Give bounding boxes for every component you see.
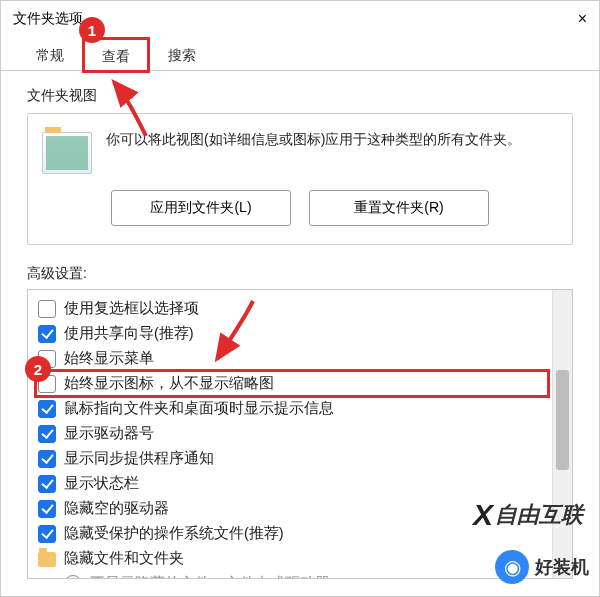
adv-item-label: 隐藏空的驱动器 [64, 498, 169, 519]
annotation-badge-2: 2 [25, 356, 51, 382]
checkbox[interactable] [38, 525, 56, 543]
tab-view[interactable]: 查看 [83, 38, 149, 72]
adv-item-9[interactable]: 隐藏受保护的操作系统文件(推荐) [36, 521, 548, 546]
checkbox[interactable] [38, 425, 56, 443]
advanced-settings-label: 高级设置: [27, 265, 573, 283]
checkbox[interactable] [38, 500, 56, 518]
checkbox[interactable] [38, 400, 56, 418]
radio[interactable] [64, 575, 82, 578]
folder-view-description: 你可以将此视图(如详细信息或图标)应用于这种类型的所有文件夹。 [106, 128, 558, 174]
adv-item-10[interactable]: 隐藏文件和文件夹 [36, 546, 548, 571]
adv-item-6[interactable]: 显示同步提供程序通知 [36, 446, 548, 471]
adv-item-label: 不显示隐藏的文件、文件夹或驱动器 [90, 573, 330, 578]
adv-item-11[interactable]: 不显示隐藏的文件、文件夹或驱动器 [36, 571, 548, 578]
scrollbar[interactable] [552, 290, 572, 578]
folder-view-group: 你可以将此视图(如详细信息或图标)应用于这种类型的所有文件夹。 应用到文件夹(L… [27, 113, 573, 245]
adv-item-7[interactable]: 显示状态栏 [36, 471, 548, 496]
scrollbar-thumb[interactable] [556, 370, 569, 470]
adv-item-8[interactable]: 隐藏空的驱动器 [36, 496, 548, 521]
adv-item-label: 隐藏受保护的操作系统文件(推荐) [64, 523, 284, 544]
annotation-badge-1: 1 [79, 17, 105, 43]
tab-general[interactable]: 常规 [17, 37, 83, 71]
apply-to-folders-button[interactable]: 应用到文件夹(L) [111, 190, 291, 226]
adv-item-3[interactable]: 始终显示图标，从不显示缩略图 [36, 371, 548, 396]
adv-item-4[interactable]: 鼠标指向文件夹和桌面项时显示提示信息 [36, 396, 548, 421]
advanced-settings-list: 使用复选框以选择项使用共享向导(推荐)始终显示菜单始终显示图标，从不显示缩略图鼠… [28, 290, 552, 578]
close-icon[interactable]: × [578, 10, 587, 28]
adv-item-label: 始终显示菜单 [64, 348, 154, 369]
reset-folders-button[interactable]: 重置文件夹(R) [309, 190, 489, 226]
adv-item-label: 使用共享向导(推荐) [64, 323, 194, 344]
adv-item-1[interactable]: 使用共享向导(推荐) [36, 321, 548, 346]
folder-icon [38, 552, 56, 567]
adv-item-label: 使用复选框以选择项 [64, 298, 199, 319]
adv-item-label: 隐藏文件和文件夹 [64, 548, 184, 569]
adv-item-label: 显示同步提供程序通知 [64, 448, 214, 469]
checkbox[interactable] [38, 450, 56, 468]
checkbox[interactable] [38, 475, 56, 493]
adv-item-label: 显示状态栏 [64, 473, 139, 494]
folder-view-label: 文件夹视图 [27, 87, 573, 105]
tab-search[interactable]: 搜索 [149, 37, 215, 71]
checkbox[interactable] [38, 325, 56, 343]
adv-item-5[interactable]: 显示驱动器号 [36, 421, 548, 446]
window-title: 文件夹选项 [13, 10, 83, 28]
tab-content: 文件夹视图 你可以将此视图(如详细信息或图标)应用于这种类型的所有文件夹。 应用… [1, 71, 599, 595]
adv-item-label: 鼠标指向文件夹和桌面项时显示提示信息 [64, 398, 334, 419]
folder-view-icon [42, 132, 92, 174]
adv-item-label: 始终显示图标，从不显示缩略图 [64, 373, 274, 394]
advanced-settings-box: 使用复选框以选择项使用共享向导(推荐)始终显示菜单始终显示图标，从不显示缩略图鼠… [27, 289, 573, 579]
checkbox[interactable] [38, 300, 56, 318]
adv-item-2[interactable]: 始终显示菜单 [36, 346, 548, 371]
adv-item-label: 显示驱动器号 [64, 423, 154, 444]
folder-options-dialog: 文件夹选项 × 1 2 常规 查看 搜索 文件夹视图 你可以将此视图(如详细信息… [0, 0, 600, 597]
adv-item-0[interactable]: 使用复选框以选择项 [36, 296, 548, 321]
